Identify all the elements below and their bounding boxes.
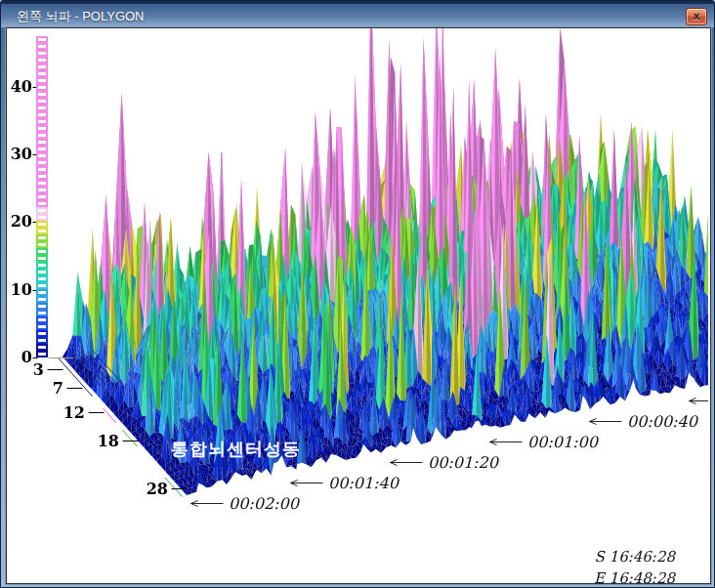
session-times: S 16:46:28 E 16:48:28	[499, 546, 675, 584]
close-button[interactable]: x	[686, 8, 707, 25]
spectrum-3d-surface-canvas	[7, 28, 708, 581]
window-title: 왼쪽 뇌파 - POLYGON	[17, 8, 145, 25]
session-start-time: S 16:46:28	[499, 546, 675, 567]
app-window: 왼쪽 뇌파 - POLYGON x 010203040 37121828 00:…	[0, 0, 715, 588]
close-icon: x	[687, 9, 706, 24]
watermark-text: 통합뇌센터성동	[171, 438, 301, 461]
title-bar[interactable]: 왼쪽 뇌파 - POLYGON x	[1, 1, 714, 27]
session-end-time: E 16:48:28	[499, 567, 675, 584]
plot-client-area: 010203040 37121828 00:02:0000:01:4000:01…	[6, 27, 711, 584]
